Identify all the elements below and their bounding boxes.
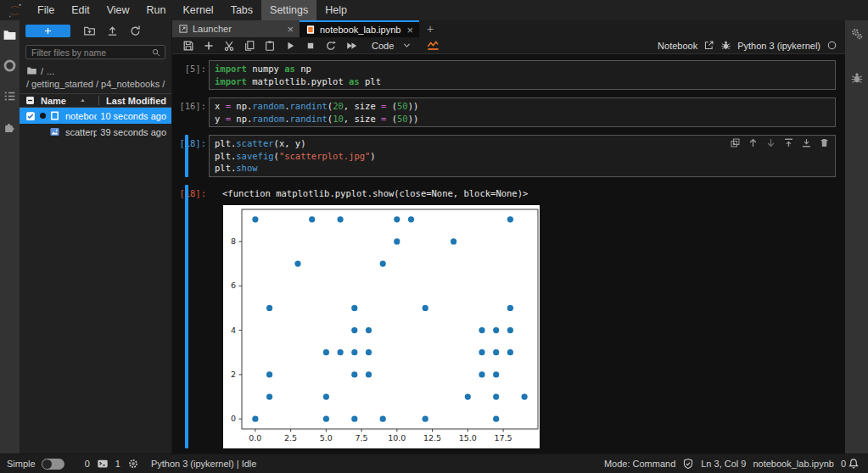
kernel-name[interactable]: Python 3 (ipykernel)	[737, 41, 820, 51]
running-sessions-icon[interactable]	[3, 58, 17, 73]
table-of-contents-icon[interactable]	[3, 89, 17, 103]
add-tab-button[interactable]: +	[419, 20, 441, 37]
code-token: savefig	[236, 151, 273, 161]
column-name[interactable]: Name	[41, 96, 66, 106]
new-launcher-button[interactable]	[25, 25, 70, 37]
debugger-bug-icon[interactable]	[720, 40, 731, 51]
code-cell[interactable]: [16]:x = np.random.randint(20, size = (5…	[172, 97, 845, 127]
external-link-icon[interactable]	[703, 40, 714, 51]
cut-icon[interactable]	[223, 40, 235, 52]
terminal-icon[interactable]	[97, 458, 109, 470]
stop-icon[interactable]	[305, 40, 316, 52]
extension-manager-icon[interactable]	[3, 120, 17, 134]
add-cell-icon[interactable]	[203, 40, 215, 52]
file-name: noteboo...	[65, 111, 97, 121]
new-folder-icon[interactable]	[83, 25, 96, 37]
output-body: <function matplotlib.pyplot.show(close=N…	[209, 185, 845, 448]
debugger-icon[interactable]	[850, 71, 864, 85]
menu-help[interactable]: Help	[316, 0, 356, 20]
cursor-position[interactable]: Ln 3, Col 9	[701, 459, 746, 469]
select-all-checkbox[interactable]	[25, 96, 35, 105]
run-icon[interactable]	[284, 40, 296, 52]
code-token: np.	[231, 114, 252, 124]
cell-editor[interactable]: plt.scatter(x, y)plt.savefig("scatterplo…	[209, 135, 836, 177]
svg-text:8: 8	[231, 236, 236, 246]
notebook-mode-label[interactable]: Notebook	[658, 41, 697, 51]
breadcrumb-root[interactable]: /	[41, 66, 43, 76]
file-browser-icon[interactable]	[3, 28, 17, 42]
close-icon[interactable]: ×	[287, 24, 294, 35]
statusbar-filename[interactable]: notebook_lab.ipynb	[753, 459, 833, 469]
upload-icon[interactable]	[106, 25, 119, 37]
cell-editor[interactable]: import numpy as npimport matplotlib.pypl…	[209, 60, 836, 90]
restart-kernel-icon[interactable]	[325, 40, 337, 52]
code-token: x	[215, 101, 226, 111]
home-folder-icon[interactable]	[26, 65, 37, 76]
checkbox-checked-icon[interactable]	[25, 111, 36, 121]
code-token: import	[215, 76, 247, 86]
command-mode-indicator[interactable]: Mode: Command	[604, 459, 675, 469]
main-dock-panel: Launcher × notebook_lab.ipynb × + Code N…	[172, 20, 845, 454]
code-token: (x, y)	[274, 138, 306, 148]
restart-run-all-icon[interactable]	[345, 40, 357, 52]
save-icon[interactable]	[182, 40, 194, 52]
menu-edit[interactable]: Edit	[63, 0, 98, 20]
code-token: randint	[290, 101, 328, 111]
cell-editor[interactable]: x = np.random.randint(20, size = (50))y …	[209, 97, 836, 127]
menu-view[interactable]: View	[98, 0, 138, 20]
file-row[interactable]: scatterp...39 seconds ago	[20, 124, 171, 140]
delete-cell-icon[interactable]	[819, 137, 830, 148]
property-inspector-icon[interactable]	[850, 27, 864, 41]
bell-icon[interactable]	[848, 458, 860, 470]
jupyterlab-window: FileEditViewRunKernelTabsSettingsHelp / …	[0, 0, 868, 473]
active-cell-indicator[interactable]	[185, 185, 188, 448]
move-cell-up-icon[interactable]	[748, 137, 759, 148]
simple-mode-label: Simple	[7, 459, 36, 469]
chevron-down-icon[interactable]	[402, 41, 412, 50]
kernel-status-circle-icon[interactable]	[826, 40, 837, 51]
file-modified: 39 seconds ago	[100, 127, 166, 137]
tab-bar: Launcher × notebook_lab.ipynb × +	[172, 20, 845, 37]
menu-tabs[interactable]: Tabs	[222, 0, 261, 20]
execution-prompt: [18]:	[172, 138, 206, 148]
menu-run[interactable]: Run	[138, 0, 175, 20]
notifications-count[interactable]: 0	[841, 459, 846, 469]
kernel-activity-icon[interactable]	[427, 39, 440, 52]
kernels-count[interactable]: 1	[115, 459, 120, 469]
breadcrumb-path[interactable]: / getting_started / p4_notebooks /	[20, 76, 171, 93]
close-icon[interactable]: ×	[406, 25, 413, 36]
insert-cell-below-icon[interactable]	[801, 137, 812, 148]
simple-mode-toggle[interactable]	[42, 459, 64, 470]
column-last-modified[interactable]: Last Modified	[99, 96, 166, 106]
code-token: numpy	[247, 64, 284, 74]
sort-ascending-icon[interactable]	[79, 97, 87, 104]
code-cell[interactable]: [18]:plt.scatter(x, y)plt.savefig("scatt…	[172, 135, 845, 177]
code-token: ))	[408, 114, 419, 124]
code-cell[interactable]: [5]:import numpy as npimport matplotlib.…	[172, 60, 845, 90]
insert-cell-above-icon[interactable]	[783, 137, 794, 148]
trust-shield-icon[interactable]	[682, 458, 694, 470]
svg-text:6: 6	[231, 281, 236, 290]
tab-notebook[interactable]: notebook_lab.ipynb ×	[300, 20, 419, 37]
active-cell-indicator[interactable]	[185, 135, 188, 177]
file-row[interactable]: noteboo...10 seconds ago	[20, 108, 171, 124]
breadcrumb-ellipsis[interactable]: ...	[47, 66, 54, 76]
filter-files-input[interactable]	[31, 47, 151, 58]
notebook-scroll-area[interactable]: [5]:import numpy as npimport matplotlib.…	[172, 55, 845, 454]
left-activity-bar	[0, 20, 20, 454]
menu-kernel[interactable]: Kernel	[175, 0, 222, 20]
terminals-count[interactable]: 0	[85, 459, 90, 469]
plus-icon	[43, 26, 53, 36]
duplicate-cell-icon[interactable]	[730, 137, 741, 148]
refresh-icon[interactable]	[129, 25, 142, 37]
copy-icon[interactable]	[244, 40, 255, 52]
move-cell-down-icon[interactable]	[765, 137, 776, 148]
paste-icon[interactable]	[264, 40, 276, 52]
kernel-status-text[interactable]: Python 3 (ipykernel) | Idle	[151, 459, 257, 469]
tab-launcher[interactable]: Launcher ×	[172, 20, 300, 37]
cell-type-dropdown[interactable]: Code	[372, 41, 394, 51]
menu-file[interactable]: File	[29, 0, 63, 20]
kernel-icon[interactable]	[127, 458, 139, 470]
menu-settings[interactable]: Settings	[261, 0, 316, 20]
code-token: plt.	[215, 163, 236, 173]
